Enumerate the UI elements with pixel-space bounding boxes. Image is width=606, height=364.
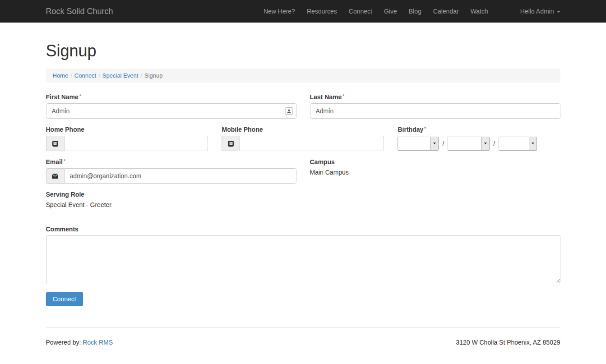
page-title: Signup <box>46 41 560 60</box>
powered-by: Powered by: Rock RMS <box>46 339 113 346</box>
powered-by-text: Powered by: <box>46 339 81 346</box>
comments-group: Comments <box>39 226 567 285</box>
required-indicator: * <box>64 158 65 164</box>
required-indicator: * <box>424 126 426 131</box>
home-phone-addon: ☎ <box>46 136 64 151</box>
breadcrumb-home[interactable]: Home <box>53 72 69 79</box>
home-phone-group: Home Phone ☎ <box>39 126 215 151</box>
breadcrumb-current: Signup <box>144 72 162 79</box>
last-name-group: Last Name* <box>303 93 567 119</box>
nav-item-resources[interactable]: Resources <box>301 8 343 15</box>
home-phone-label: Home Phone <box>46 126 208 133</box>
breadcrumb: Home/Connect/Special Event/Signup <box>46 69 560 83</box>
breadcrumb-special-event[interactable]: Special Event <box>102 72 139 79</box>
caret-down-icon <box>557 11 560 13</box>
nav-item-blog[interactable]: Blog <box>403 8 427 15</box>
footer: Powered by: Rock RMS 3120 W Cholla St Ph… <box>46 327 560 364</box>
breadcrumb-separator: / <box>140 72 142 79</box>
footer-address: 3120 W Cholla St Phoenix, AZ 85029 <box>456 339 560 346</box>
serving-role-group: Serving Role Special Event - Greeter <box>39 191 303 208</box>
home-phone-input[interactable] <box>64 136 208 151</box>
breadcrumb-separator: / <box>98 72 100 79</box>
main-nav: New Here? Resources Connect Give Blog Ca… <box>258 8 494 15</box>
brand-link[interactable]: Rock Solid Church <box>46 7 113 16</box>
birthday-label: Birthday* <box>398 126 560 133</box>
email-label: Email* <box>46 158 296 166</box>
mobile-phone-input[interactable] <box>240 136 384 151</box>
email-group: Email* <box>39 158 303 184</box>
connect-submit-button[interactable]: Connect <box>46 292 83 306</box>
campus-value: Main Campus <box>310 168 560 176</box>
birthday-year-select[interactable] <box>499 137 537 151</box>
first-name-input[interactable] <box>46 103 296 119</box>
required-indicator: * <box>79 93 81 99</box>
envelope-icon <box>52 174 58 179</box>
birthday-day-select[interactable] <box>448 137 490 151</box>
email-input[interactable] <box>64 168 296 184</box>
serving-role-label: Serving Role <box>46 191 296 198</box>
birthday-separator: / <box>493 140 495 147</box>
email-addon <box>46 168 64 184</box>
phone-icon: ☎ <box>228 141 234 147</box>
last-name-label: Last Name* <box>310 93 560 101</box>
comments-textarea[interactable] <box>46 235 560 283</box>
birthday-month-select[interactable] <box>398 137 439 151</box>
mobile-phone-group: Mobile Phone ☎ <box>215 126 391 151</box>
rock-rms-link[interactable]: Rock RMS <box>83 339 113 346</box>
campus-group: Campus Main Campus <box>303 158 567 184</box>
nav-item-connect[interactable]: Connect <box>343 8 378 15</box>
first-name-group: First Name* <box>39 93 303 119</box>
serving-role-value: Special Event - Greeter <box>46 201 296 208</box>
breadcrumb-connect[interactable]: Connect <box>74 72 96 79</box>
nav-item-give[interactable]: Give <box>378 8 403 15</box>
phone-icon: ☎ <box>52 141 58 147</box>
last-name-input[interactable] <box>310 103 560 119</box>
user-menu-dropdown[interactable]: Hello Admin <box>520 8 560 15</box>
birthday-separator: / <box>442 140 444 147</box>
nav-item-new-here[interactable]: New Here? <box>258 8 301 15</box>
campus-label: Campus <box>310 158 560 166</box>
birthday-group: Birthday* / / <box>391 126 567 151</box>
autofill-contact-icon <box>286 108 292 115</box>
nav-item-watch[interactable]: Watch <box>465 8 494 15</box>
top-navbar: Rock Solid Church New Here? Resources Co… <box>0 0 606 23</box>
comments-label: Comments <box>46 226 560 233</box>
mobile-phone-addon: ☎ <box>222 136 240 151</box>
mobile-phone-label: Mobile Phone <box>222 126 384 133</box>
required-indicator: * <box>342 93 344 99</box>
nav-item-calendar[interactable]: Calendar <box>427 8 465 15</box>
breadcrumb-separator: / <box>70 72 72 79</box>
user-menu-label: Hello Admin <box>520 8 554 15</box>
first-name-label: First Name* <box>46 93 296 101</box>
